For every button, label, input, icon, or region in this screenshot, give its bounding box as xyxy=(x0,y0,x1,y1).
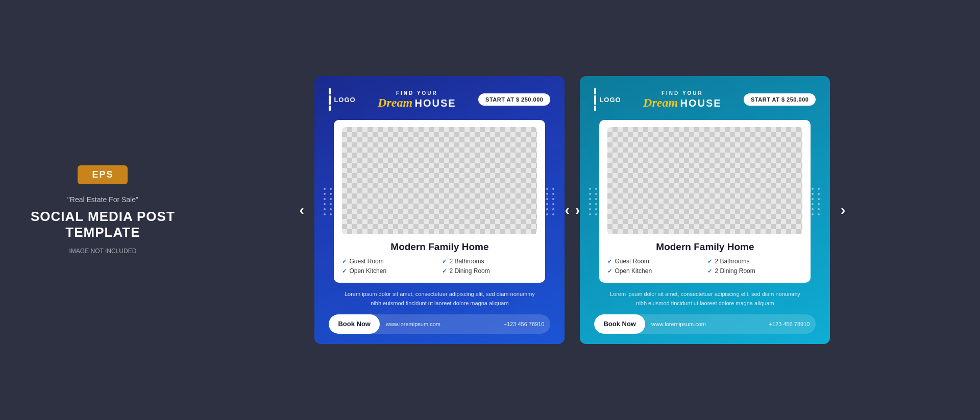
card-wrapper-teal: ‹ LOGO FIND YOUR Dream HOUSE ST xyxy=(580,76,830,343)
brand-dream-teal: Dream xyxy=(643,96,678,109)
check-icon: ✓ xyxy=(442,258,447,265)
feature-label: 2 Dining Room xyxy=(715,267,755,275)
feature-label: 2 Bathrooms xyxy=(449,258,484,265)
price-badge-blue: START AT $ 250.000 xyxy=(478,93,550,106)
footer-phone-blue: +123 456 78910 xyxy=(504,321,545,327)
footer-info-blue: www.loremipsum.com +123 456 78910 xyxy=(380,321,550,327)
property-title-teal: Modern Family Home xyxy=(607,241,802,253)
property-card-blue: Modern Family Home ✓ Guest Room ✓ 2 Bath… xyxy=(334,120,545,283)
card-blue: LOGO FIND YOUR Dream HOUSE START AT $ 25… xyxy=(314,76,565,343)
dots-right-blue xyxy=(546,188,555,215)
subtitle-text: "Real Estate For Sale" xyxy=(67,195,138,204)
check-icon: ✓ xyxy=(707,268,712,275)
logo-icon-teal xyxy=(594,88,596,111)
check-icon: ✓ xyxy=(442,268,447,275)
image-placeholder-teal xyxy=(607,127,802,234)
brand-title-blue: FIND YOUR Dream HOUSE xyxy=(378,90,456,109)
check-icon: ✓ xyxy=(342,258,347,265)
main-container: EPS "Real Estate For Sale" SOCIAL MEDIA … xyxy=(0,66,980,354)
arrow-right-blue[interactable]: › xyxy=(575,203,580,217)
arrow-right-teal[interactable]: › xyxy=(841,203,845,217)
brand-title-teal: FIND YOUR Dream HOUSE xyxy=(643,90,722,109)
features-grid-teal: ✓ Guest Room ✓ 2 Bathrooms ✓ Open Kitche… xyxy=(607,258,802,275)
brand-find-your-teal: FIND YOUR xyxy=(643,90,722,96)
feature-item: ✓ 2 Bathrooms xyxy=(442,258,537,265)
image-note: IMAGE NOT INCLUDED xyxy=(69,248,137,255)
features-grid-blue: ✓ Guest Room ✓ 2 Bathrooms ✓ Open Kitche… xyxy=(342,258,537,275)
card-footer-teal: Book Now www.loremipsum.com +123 456 789… xyxy=(594,314,816,334)
book-now-button-teal[interactable]: Book Now xyxy=(594,314,645,334)
description-teal: Lorem ipsum dolor sit amet, consectetuer… xyxy=(596,290,814,308)
footer-phone-teal: +123 456 78910 xyxy=(769,321,810,327)
brand-house-blue: HOUSE xyxy=(415,97,456,109)
card-teal: LOGO FIND YOUR Dream HOUSE START AT $ 25… xyxy=(580,76,830,343)
logo-icon-blue xyxy=(329,88,331,111)
feature-item: ✓ 2 Dining Room xyxy=(442,267,537,275)
check-icon: ✓ xyxy=(707,258,712,265)
feature-item: ✓ Guest Room xyxy=(342,258,437,265)
description-blue: Lorem ipsum dolor sit amet, consectetuer… xyxy=(331,290,548,308)
feature-item: ✓ 2 Bathrooms xyxy=(707,258,802,265)
image-area-teal: Modern Family Home ✓ Guest Room ✓ 2 Bath… xyxy=(594,120,816,283)
main-title: SOCIAL MEDIA POST TEMPLATE xyxy=(31,209,175,240)
image-area-blue: Modern Family Home ✓ Guest Room ✓ 2 Bath… xyxy=(329,120,550,283)
feature-label: Guest Room xyxy=(615,258,649,265)
feature-item: ✓ Open Kitchen xyxy=(607,267,702,275)
dots-left-teal xyxy=(589,188,598,215)
arrow-left-teal[interactable]: ‹ xyxy=(565,203,569,217)
feature-label: Open Kitchen xyxy=(615,267,652,275)
cards-area: ‹ LOGO FIND YOUR Dream HOUSE ST xyxy=(195,76,949,343)
feature-item: ✓ 2 Dining Room xyxy=(707,267,802,275)
check-icon: ✓ xyxy=(607,258,612,265)
check-icon: ✓ xyxy=(607,268,612,275)
footer-website-teal: www.loremipsum.com xyxy=(651,321,706,327)
brand-find-your-blue: FIND YOUR xyxy=(378,90,456,96)
checker-teal xyxy=(607,127,802,234)
card-footer-blue: Book Now www.loremipsum.com +123 456 789… xyxy=(329,314,550,334)
footer-website-blue: www.loremipsum.com xyxy=(386,321,440,327)
feature-label: 2 Bathrooms xyxy=(715,258,749,265)
feature-label: Guest Room xyxy=(349,258,383,265)
card-header-blue: LOGO FIND YOUR Dream HOUSE START AT $ 25… xyxy=(329,88,550,111)
card-wrapper-blue: ‹ LOGO FIND YOUR Dream HOUSE ST xyxy=(314,76,565,343)
left-panel: EPS "Real Estate For Sale" SOCIAL MEDIA … xyxy=(31,165,175,255)
image-placeholder-blue xyxy=(342,127,537,234)
arrow-left-blue[interactable]: ‹ xyxy=(299,203,304,217)
brand-dream-blue: Dream xyxy=(378,96,412,109)
logo-text-blue: LOGO xyxy=(334,96,355,104)
price-badge-teal: START AT $ 250.000 xyxy=(744,93,816,106)
eps-badge: EPS xyxy=(78,165,128,184)
logo-text-teal: LOGO xyxy=(599,96,621,104)
logo-section-blue: LOGO xyxy=(329,88,355,111)
footer-info-teal: www.loremipsum.com +123 456 78910 xyxy=(645,321,816,327)
check-icon: ✓ xyxy=(342,268,347,275)
feature-item: ✓ Guest Room xyxy=(607,258,702,265)
dots-right-teal xyxy=(812,188,821,215)
property-card-teal: Modern Family Home ✓ Guest Room ✓ 2 Bath… xyxy=(599,120,811,283)
checker-blue xyxy=(342,127,537,234)
feature-item: ✓ Open Kitchen xyxy=(342,267,437,275)
brand-house-teal: HOUSE xyxy=(680,97,722,109)
logo-section-teal: LOGO xyxy=(594,88,621,111)
dots-left-blue xyxy=(324,188,333,215)
feature-label: Open Kitchen xyxy=(349,267,386,275)
card-header-teal: LOGO FIND YOUR Dream HOUSE START AT $ 25… xyxy=(594,88,816,111)
property-title-blue: Modern Family Home xyxy=(342,241,537,253)
book-now-button-blue[interactable]: Book Now xyxy=(329,314,380,334)
feature-label: 2 Dining Room xyxy=(449,267,489,275)
